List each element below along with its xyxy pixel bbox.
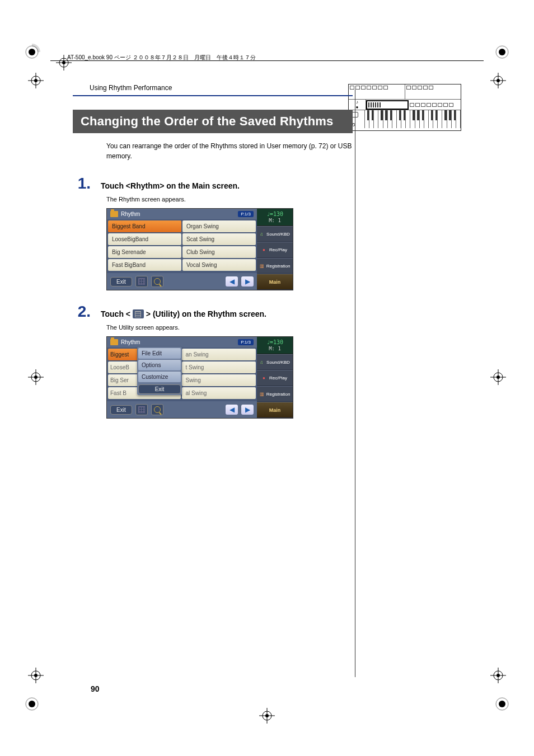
page-indicator: P.1/3	[238, 211, 254, 217]
rhythm-section-highlight	[366, 100, 409, 110]
registration-mark	[28, 668, 44, 683]
svg-point-19	[34, 375, 38, 379]
page-indicator: P.1/3	[238, 339, 254, 345]
svg-point-15	[496, 79, 500, 82]
intro-text: You can rearrange the order of the Rhyth…	[106, 141, 353, 161]
rhythm-item[interactable]: t Swing	[182, 361, 256, 373]
side-registration[interactable]: ▥Registration	[257, 258, 293, 274]
rhythm-item[interactable]: Vocal Swing	[182, 259, 256, 271]
registration-mark	[490, 73, 506, 88]
registration-mark	[28, 73, 44, 88]
rhythm-item[interactable]: LooseBigBand	[108, 233, 181, 245]
step-number: 1.	[73, 175, 91, 192]
side-sound-kbd[interactable]: ♫Sound/KBD	[257, 226, 293, 242]
book-header-text: AT-500_e.book 90 ページ ２００８年７月２８日 月曜日 午後４時…	[67, 54, 256, 62]
rhythm-item[interactable]: Scat Swing	[182, 233, 256, 245]
folder-icon	[110, 211, 118, 217]
rec-icon: ●	[263, 375, 268, 381]
rhythm-item[interactable]: Swing	[182, 374, 256, 386]
utility-button[interactable]	[135, 276, 148, 287]
column-divider	[355, 90, 355, 677]
page-title: Changing the Order of the Saved Rhythms	[73, 110, 353, 133]
svg-point-7	[499, 701, 505, 707]
crop-mark-tl	[24, 44, 40, 60]
step-desc: The Utility screen appears.	[106, 324, 353, 331]
utility-icon	[133, 309, 144, 318]
tempo-display: ♩=130 M: 1	[257, 337, 293, 354]
rhythm-item[interactable]: al Swing	[182, 387, 256, 399]
rhythm-item-selected[interactable]: Biggest Band	[108, 220, 181, 232]
svg-point-1	[29, 49, 35, 55]
crop-mark-tr	[494, 44, 510, 60]
step-number: 2.	[73, 303, 91, 321]
side-rec-play[interactable]: ●Rec/Play	[257, 242, 293, 258]
utility-icon	[138, 278, 145, 285]
rhythm-item[interactable]: an Swing	[182, 349, 256, 360]
crop-mark-bl	[24, 696, 40, 712]
utility-screen-screenshot: Rhythm P.1/3 Biggest an Swing LooseB t S…	[106, 336, 293, 419]
rhythm-item[interactable]: Organ Swing	[182, 220, 256, 232]
book-header: AT-500_e.book 90 ページ ２００８年７月２８日 月曜日 午後４時…	[67, 54, 256, 62]
svg-point-39	[62, 61, 65, 64]
rec-icon: ●	[263, 247, 268, 252]
screen-title: Rhythm	[121, 339, 140, 345]
screen-title: Rhythm	[121, 211, 140, 217]
svg-point-3	[499, 49, 505, 55]
step-title: Touch < > (Utility) on the Rhythm screen…	[101, 309, 266, 319]
page-next-button[interactable]: ▶	[241, 276, 254, 287]
search-button[interactable]	[151, 404, 163, 415]
page-prev-button[interactable]: ◀	[226, 276, 238, 287]
svg-point-5	[29, 701, 35, 707]
page-number: 90	[91, 684, 100, 693]
registration-mark	[28, 369, 44, 385]
utility-icon	[138, 406, 145, 413]
svg-point-31	[496, 674, 500, 677]
section-header: Using Rhythm Performance	[90, 84, 353, 92]
utility-popup: File Edit Options Customize Exit	[137, 347, 182, 395]
side-sound-kbd[interactable]: ♫Sound/KBD	[257, 354, 293, 370]
tempo-display: ♩=130 M: 1	[257, 209, 293, 226]
svg-point-35	[265, 714, 269, 717]
registration-mark	[490, 668, 506, 683]
registration-mark	[490, 369, 506, 385]
side-registration[interactable]: ▥Registration	[257, 386, 293, 402]
popup-exit-button[interactable]: Exit	[138, 384, 181, 394]
exit-button[interactable]: Exit	[110, 277, 132, 287]
search-button[interactable]	[151, 276, 163, 287]
rhythm-item[interactable]: Big Serenade	[108, 246, 181, 258]
step-title: Touch <Rhythm> on the Main screen.	[101, 181, 240, 190]
exit-button[interactable]: Exit	[110, 405, 132, 415]
magnifier-icon	[154, 406, 161, 413]
folder-icon	[110, 339, 118, 345]
section-rule	[73, 95, 353, 96]
rhythm-item[interactable]: Club Swing	[182, 246, 256, 258]
popup-customize[interactable]: Customize	[138, 372, 181, 382]
magnifier-icon	[154, 278, 161, 285]
note-icon: ♫	[260, 232, 265, 237]
svg-point-23	[496, 375, 500, 379]
popup-options[interactable]: Options	[138, 360, 181, 370]
side-main[interactable]: Main	[257, 274, 293, 290]
rhythm-screen-screenshot: Rhythm P.1/3 Biggest Band Organ Swing Lo…	[106, 208, 293, 290]
utility-button[interactable]	[135, 404, 148, 415]
page-prev-button[interactable]: ◀	[226, 405, 238, 415]
registration-mark	[259, 708, 275, 724]
side-main[interactable]: Main	[257, 402, 293, 418]
svg-point-27	[34, 674, 38, 677]
page-next-button[interactable]: ▶	[241, 405, 254, 415]
side-rec-play[interactable]: ●Rec/Play	[257, 370, 293, 386]
note-icon: ♫	[260, 360, 265, 365]
rhythm-item[interactable]: Fast BigBand	[108, 259, 181, 271]
step-desc: The Rhythm screen appears.	[106, 196, 353, 203]
svg-point-11	[34, 79, 38, 82]
registration-icon: ▥	[260, 392, 265, 397]
instrument-panel-diagram: ♪●	[348, 84, 461, 131]
registration-icon: ▥	[260, 264, 265, 269]
crop-mark-br	[494, 696, 510, 712]
popup-file-edit[interactable]: File Edit	[138, 348, 181, 359]
